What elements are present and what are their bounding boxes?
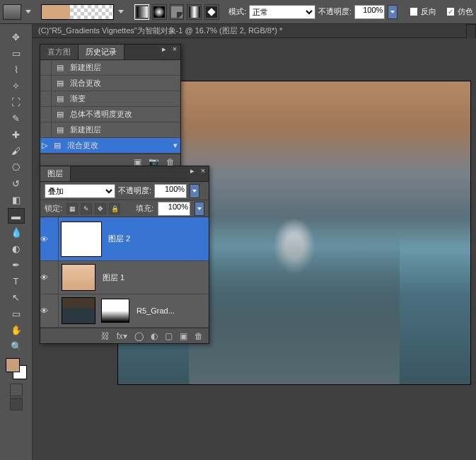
eraser-tool[interactable]: ◧ [8, 192, 25, 207]
history-panel: 直方图 历史记录 ▸ × ▤新建图层 ▤混合更改 ▤渐变 ▤总体不透明度更改 ▤… [40, 44, 181, 170]
healing-tool[interactable]: ✚ [8, 127, 25, 142]
brush-tool[interactable]: 🖌 [8, 143, 25, 159]
layer-name[interactable]: 图层 2 [104, 234, 130, 244]
gradient-diamond-button[interactable] [204, 4, 219, 20]
tab-layers[interactable]: 图层 [40, 166, 71, 181]
zoom-tool[interactable]: 🔍 [8, 338, 25, 354]
reverse-checkbox[interactable] [410, 7, 418, 16]
panel-drag-area[interactable] [71, 166, 187, 181]
layer-row[interactable]: 👁 R5_Grad... [40, 294, 209, 328]
chevron-down-icon[interactable] [25, 10, 31, 13]
magic-wand-tool[interactable]: ✧ [8, 78, 25, 93]
visibility-toggle[interactable]: 👁 [40, 294, 59, 327]
layer-name[interactable]: R5_Grad... [132, 306, 175, 315]
document-canvas[interactable]: 直方图 历史记录 ▸ × ▤新建图层 ▤混合更改 ▤渐变 ▤总体不透明度更改 ▤… [33, 38, 476, 460]
panel-close-icon[interactable]: × [169, 45, 180, 59]
link-icon[interactable]: ⛓ [101, 331, 110, 341]
layer-thumbnail[interactable] [62, 222, 101, 256]
fill-popup[interactable] [195, 202, 204, 216]
layer-opacity-label: 不透明度: [118, 185, 151, 196]
shape-tool[interactable]: ▭ [8, 306, 25, 321]
panel-menu-icon[interactable]: ▸ [159, 45, 169, 59]
fill-label: 填充: [136, 203, 153, 214]
move-tool[interactable]: ✥ [8, 29, 25, 45]
history-item[interactable]: ▤渐变 [40, 91, 180, 107]
dither-checkbox[interactable]: ✓ [446, 7, 455, 16]
history-item[interactable]: ▤总体不透明度更改 [40, 107, 180, 122]
options-bar: 模式: 正常 不透明度: 100% 反向 ✓ 仿色 [0, 0, 476, 24]
screen-mode-button[interactable] [10, 398, 23, 410]
lock-label: 锁定: [45, 203, 62, 214]
layer-row[interactable]: 👁 图层 2 [40, 217, 209, 261]
tool-preset-picker[interactable] [3, 4, 21, 20]
opacity-input[interactable]: 100% [354, 5, 385, 19]
layer-list: 👁 图层 2 👁 图层 1 👁 R5_Grad... [40, 217, 209, 328]
marquee-tool[interactable]: ▭ [8, 45, 25, 61]
lock-position-icon[interactable]: ✥ [95, 203, 106, 214]
fill-input[interactable]: 100% [158, 202, 190, 216]
trash-icon[interactable]: 🗑 [195, 331, 203, 341]
gradient-preview[interactable] [41, 4, 114, 20]
layers-panel-footer: ⛓ fx▾ ◯ ◐ ▢ ▣ 🗑 [40, 328, 209, 343]
fx-icon[interactable]: fx▾ [117, 331, 127, 341]
gradient-tool[interactable]: ▬ [8, 208, 25, 224]
layer-name[interactable]: 图层 1 [98, 272, 124, 283]
history-item[interactable]: ▤新建图层 [40, 60, 180, 76]
gradient-linear-button[interactable] [134, 4, 149, 20]
document-tab[interactable]: (C)"R5_Gradients Vignettes"为智能对象-1 @ 16.… [33, 24, 476, 38]
layer-thumbnail[interactable] [62, 297, 95, 324]
history-item[interactable]: ▷▤混合更改▾ [40, 138, 180, 154]
lock-all-icon[interactable]: 🔒 [109, 203, 120, 214]
hand-tool[interactable]: ✋ [8, 322, 25, 338]
gradient-radial-button[interactable] [152, 4, 167, 20]
reverse-label: 反向 [421, 6, 436, 17]
new-layer-icon[interactable]: ▣ [180, 331, 187, 341]
panel-close-icon[interactable]: × [197, 166, 209, 181]
pen-tool[interactable]: ✒ [8, 257, 25, 272]
layer-blend-select[interactable]: 叠加 [45, 184, 115, 198]
lock-image-icon[interactable]: ✎ [81, 203, 92, 214]
stamp-tool[interactable]: ⎔ [8, 159, 25, 175]
history-brush-tool[interactable]: ↺ [8, 176, 25, 191]
dither-label: 仿色 [458, 6, 473, 17]
history-item[interactable]: ▤混合更改 [40, 76, 180, 91]
blend-mode-select[interactable]: 正常 [249, 5, 315, 19]
type-tool[interactable]: T [8, 273, 25, 289]
blur-tool[interactable]: 💧 [8, 224, 25, 240]
path-select-tool[interactable]: ↖ [8, 289, 25, 305]
visibility-toggle[interactable]: 👁 [40, 217, 59, 260]
color-swatches[interactable] [6, 358, 27, 379]
layers-panel: 图层 ▸ × 叠加 不透明度: 100% 锁定: ▦ ✎ ✥ 🔒 填充: 100… [40, 166, 209, 344]
tab-history[interactable]: 历史记录 [79, 45, 124, 59]
dodge-tool[interactable]: ◐ [8, 241, 25, 256]
folder-icon[interactable]: ▢ [165, 331, 173, 341]
foreground-color-swatch[interactable] [6, 358, 20, 372]
layer-row[interactable]: 👁 图层 1 [40, 261, 209, 294]
layer-opacity-input[interactable]: 100% [154, 184, 187, 198]
quick-mask-button[interactable] [10, 384, 23, 396]
chevron-down-icon[interactable] [118, 10, 124, 13]
lasso-tool[interactable]: ⌇ [8, 62, 25, 77]
opacity-label: 不透明度: [318, 6, 352, 17]
opacity-popup-button[interactable] [388, 5, 397, 19]
history-list: ▤新建图层 ▤混合更改 ▤渐变 ▤总体不透明度更改 ▤新建图层 ▷▤混合更改▾ [40, 60, 180, 154]
svg-rect-0 [137, 6, 148, 18]
gradient-reflected-button[interactable] [187, 4, 202, 20]
visibility-toggle[interactable]: 👁 [40, 261, 59, 294]
layer-opacity-popup[interactable] [190, 184, 199, 198]
panel-menu-icon[interactable]: ▸ [187, 166, 197, 181]
crop-tool[interactable]: ⛶ [8, 94, 25, 110]
history-item[interactable]: ▤新建图层 [40, 122, 180, 138]
lock-transparency-icon[interactable]: ▦ [66, 203, 78, 214]
layer-mask-thumbnail[interactable] [101, 299, 129, 323]
eyedropper-tool[interactable]: ✎ [8, 110, 25, 126]
mask-icon[interactable]: ◯ [134, 331, 144, 341]
panel-drag-area[interactable] [124, 45, 159, 59]
layer-thumbnail[interactable] [62, 264, 95, 291]
gradient-angle-button[interactable] [170, 4, 185, 20]
toolbox: ✥ ▭ ⌇ ✧ ⛶ ✎ ✚ 🖌 ⎔ ↺ ◧ ▬ 💧 ◐ ✒ T ↖ ▭ ✋ 🔍 [0, 24, 33, 460]
svg-rect-3 [189, 6, 200, 18]
adjustment-icon[interactable]: ◐ [151, 331, 158, 341]
tab-histogram[interactable]: 直方图 [40, 45, 79, 59]
svg-rect-1 [153, 6, 165, 18]
